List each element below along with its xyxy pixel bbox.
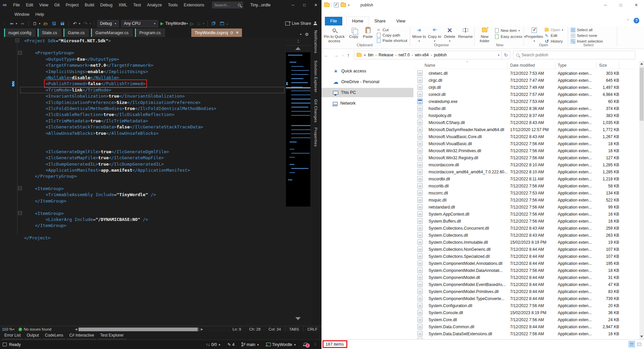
search-input[interactable]: Search publish	[513, 51, 635, 59]
code-line[interactable]: <PublishTrimmed>false</PublishTrimmed>	[0, 81, 286, 87]
navigate-back-icon[interactable]: ⬅	[9, 20, 15, 26]
tab-file[interactable]: File	[325, 17, 342, 25]
code-line[interactable]: <IlcFoldIdenticalMethodBodies>true</IlcF…	[0, 105, 286, 111]
document-tab[interactable]: nuget.config	[4, 28, 36, 37]
explorer-minimize-button[interactable]: ─	[598, 0, 613, 10]
scroll-up-icon[interactable]	[295, 47, 301, 50]
code-line[interactable]: </ItemGroup>	[0, 223, 286, 229]
vs-menu-item[interactable]: Analyze	[144, 2, 165, 8]
redo-icon[interactable]: ↷	[83, 20, 89, 26]
column-header-date-modified[interactable]: Date modified	[507, 62, 555, 69]
indentation-mode[interactable]: TABS	[285, 327, 303, 331]
breadcrumb-segment[interactable]: net7.0›	[398, 53, 413, 57]
vs-maximize-button[interactable]: □	[299, 0, 310, 10]
panel-tab[interactable]: C# Interactive	[67, 332, 96, 340]
file-row[interactable]: coreclr.dll 7/12/2022 7:57 AM Applicatio…	[413, 91, 639, 98]
live-share-button[interactable]: Live Share	[285, 21, 317, 26]
file-row[interactable]: System.Data.DataSetExtensions.dll 7/12/2…	[413, 330, 639, 337]
sidebar-item-quick-access[interactable]: Quick access	[321, 66, 413, 76]
file-list[interactable]: Name ⌃ Date modified Type Size clretwrc.…	[413, 61, 639, 339]
code-line[interactable]: <IlcDumpGeneratedIL>true</IlcDumpGenerat…	[0, 161, 286, 167]
code-line[interactable]: <IlcGenerateMapFile>true</IlcGenerateMap…	[0, 155, 286, 161]
vs-menu-item[interactable]: XML	[115, 2, 130, 8]
breadcrumb-overflow[interactable]: «	[364, 53, 366, 57]
column-header-size[interactable]: Size	[596, 62, 619, 69]
code-line[interactable]: <IlcGenerateStackTraceData>false</IlcGen…	[0, 124, 286, 130]
up-icon[interactable]: ↑	[345, 52, 352, 58]
chevron-down-icon[interactable]: ▾	[203, 22, 204, 25]
git-sync-indicator[interactable]: ↑↓ 0/0 ▲	[206, 342, 221, 347]
start-debugging-button[interactable]: ▶ TinyWordle ▾	[160, 21, 188, 26]
hot-reload-icon[interactable]: ♨	[196, 20, 202, 26]
delete-button[interactable]: ✕ Delete▾	[442, 26, 457, 43]
file-row[interactable]: clrjit.dll 7/12/2022 7:49 AM Application…	[413, 84, 639, 91]
code-line[interactable]	[0, 142, 286, 149]
tab-view[interactable]: View	[391, 17, 411, 25]
file-row[interactable]: System.Core.dll 7/12/2022 7:56 AM Applic…	[413, 316, 639, 323]
code-line[interactable]: <IlcGenerateDgmlFile>true</IlcGenerateDg…	[0, 149, 286, 155]
file-row[interactable]: System.ComponentModel.EventBasedAs... 7/…	[413, 281, 639, 288]
git-branch-selector[interactable]: main ▲	[241, 342, 259, 347]
code-line[interactable]: −<Project Sdk="Microsoft.NET.Sdk">	[0, 38, 286, 44]
vs-search-box[interactable]: Search...	[212, 2, 243, 8]
vs-menu-item[interactable]: Edit	[23, 2, 36, 8]
file-row[interactable]: Microsoft.DiaSymReader.Native.amd64.dll …	[413, 126, 639, 133]
file-row[interactable]: mscordaccore.dll 7/12/2022 8:10 AM Appli…	[413, 161, 639, 168]
file-list-scrollbar[interactable]	[639, 61, 644, 339]
fold-collapse-icon[interactable]: −	[18, 211, 22, 215]
pending-changes-indicator[interactable]: ✎ 4	[228, 342, 235, 347]
file-row[interactable]: System.Console.dll 15/02/2023 8:19 PM Ap…	[413, 309, 639, 316]
sidebar-item-this-pc[interactable]: This PC	[321, 88, 413, 97]
vs-menu-item[interactable]: Tools	[165, 2, 181, 8]
code-editor[interactable]: −<Project Sdk="Microsoft.NET.Sdk">−<Prop…	[0, 37, 311, 326]
sidebar-item-network[interactable]: Network	[321, 99, 413, 108]
chevron-down-icon[interactable]: ▾	[90, 22, 91, 25]
thumbnails-view-button[interactable]	[636, 341, 642, 347]
breadcrumb-segment[interactable]: Release›	[379, 53, 396, 57]
chevron-down-icon[interactable]: ▾	[16, 22, 17, 25]
vs-menu-item[interactable]: Test	[130, 2, 144, 8]
file-row[interactable]: System.Collections.Concurrent.dll 7/12/2…	[413, 225, 639, 232]
start-without-debugging-icon[interactable]: ▷	[190, 21, 194, 26]
horizontal-scrollbar[interactable]	[79, 328, 199, 331]
open-button[interactable]: Open▾	[544, 27, 563, 33]
edit-button[interactable]: ✎ Edit	[544, 33, 557, 38]
editor-split-handle[interactable]: ⌶	[286, 37, 310, 46]
save-icon[interactable]: 🖫	[51, 20, 57, 26]
vs-menu-item[interactable]: Debug	[97, 2, 115, 8]
panel-tab[interactable]: Output	[24, 332, 41, 340]
file-row[interactable]: Microsoft.Win32.Registry.dll 7/12/2022 7…	[413, 154, 639, 161]
editor-options-gear-icon[interactable]: ⚙	[305, 32, 309, 37]
chevron-down-icon[interactable]: ▾	[39, 22, 40, 25]
file-row[interactable]: clrgc.dll 7/12/2022 7:47 AM Application …	[413, 77, 639, 84]
code-line[interactable]	[0, 204, 286, 210]
tab-notifications[interactable]: Notifications	[314, 30, 318, 53]
recent-locations-icon[interactable]: ⌄	[341, 53, 345, 57]
hscroll-left-icon[interactable]: ◀	[73, 328, 79, 331]
open-folder-icon[interactable]: 🗁	[43, 20, 49, 26]
column-header-name[interactable]: Name ⌃	[417, 62, 507, 69]
vs-menu-item[interactable]: Window	[11, 11, 32, 18]
new-file-icon[interactable]: 🗋	[32, 20, 38, 26]
file-row[interactable]: hostfxr.dll 7/12/2022 8:36 AM Applicatio…	[413, 105, 639, 112]
code-line[interactable]: </ItemGroup>	[0, 198, 286, 204]
fold-collapse-icon[interactable]: −	[18, 186, 22, 190]
file-row[interactable]: System.Collections.NonGeneric.dll 7/12/2…	[413, 246, 639, 253]
breadcrumb-segment[interactable]: win-x64›	[415, 53, 432, 57]
file-row[interactable]: netstandard.dll 7/12/2022 7:56 AM Applic…	[413, 203, 639, 211]
vs-menu-item[interactable]: Git	[51, 2, 63, 8]
document-tab[interactable]: Program.cs	[135, 28, 165, 37]
properties-shortcut-icon[interactable]	[334, 3, 339, 7]
minimize-ribbon-icon[interactable]: ⌃	[627, 19, 630, 22]
file-row[interactable]: hostpolicy.dll 7/12/2022 8:37 AM Applica…	[413, 112, 639, 119]
back-icon[interactable]: ←	[321, 52, 331, 58]
move-to-button[interactable]: ➜ Move to▾	[411, 26, 427, 43]
file-row[interactable]: System.ComponentModel.DataAnnotati... 7/…	[413, 267, 639, 274]
customize-quick-access-icon[interactable]: ▾	[348, 4, 349, 7]
easy-access-button[interactable]: Easy access▾	[494, 34, 526, 39]
code-line[interactable]	[0, 136, 286, 142]
details-view-button[interactable]	[629, 341, 635, 347]
vs-menu-item[interactable]: Extensions	[181, 2, 207, 8]
vs-menu-item[interactable]: Build	[82, 2, 97, 8]
cut-button[interactable]: ✂ Cut	[376, 27, 389, 33]
